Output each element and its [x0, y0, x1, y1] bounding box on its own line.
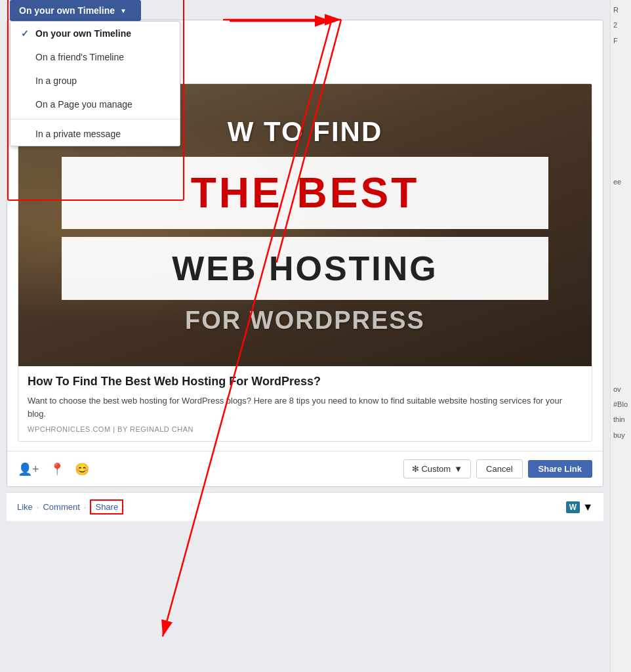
article-description: Want to choose the best web hosting for … [28, 394, 582, 420]
dropdown-item-label: On a friend's Timeline [35, 52, 124, 62]
sidebar-text-8: buy [613, 430, 628, 440]
custom-button[interactable]: ✻ Custom ▼ [403, 459, 471, 478]
tag-friends-icon[interactable]: 👤+ [18, 462, 39, 476]
dropdown-menu: ✓ On your own Timeline On a friend's Tim… [10, 21, 180, 146]
bottom-bar: Like · Comment · Share W ▼ [7, 492, 603, 521]
sidebar-text-6: #Blo [613, 400, 628, 410]
article-best-text: THE BEST [191, 169, 419, 217]
share-button[interactable]: Share [90, 499, 123, 514]
separator-dot-2: · [84, 502, 87, 512]
dropdown-item-label: In a private message [35, 129, 121, 139]
article-separator: | [113, 425, 115, 433]
bottom-bar-left: Like · Comment · Share [17, 499, 123, 514]
sidebar-text-4: ee [613, 177, 628, 187]
page-wrapper: On your own Timeline ▼ ✓ On your own Tim… [0, 0, 631, 672]
dropdown-item-private-message[interactable]: In a private message [10, 122, 180, 146]
cancel-button[interactable]: Cancel [476, 459, 522, 478]
custom-arrow-icon: ▼ [454, 464, 462, 474]
menu-divider [10, 119, 180, 119]
main-content: On your own Timeline ▼ ✓ On your own Tim… [0, 0, 610, 672]
dropdown-item-label: On a Page you manage [35, 99, 132, 110]
dropdown-item-own-timeline[interactable]: ✓ On your own Timeline [10, 22, 180, 45]
custom-label: ✻ Custom [412, 464, 451, 474]
article-title: How To Find The Best Web Hosting For Wor… [28, 374, 582, 389]
toolbar-left: 👤+ 📍 😊 [18, 462, 89, 476]
article-image-top-text: W TO FIND [228, 116, 383, 148]
wordpress-icon: W [566, 501, 580, 513]
article-body: How To Find The Best Web Hosting For Wor… [18, 366, 592, 441]
toolbar-right: ✻ Custom ▼ Cancel Share Link [403, 459, 592, 478]
share-toolbar: 👤+ 📍 😊 ✻ Custom ▼ Cancel Share Link [7, 451, 603, 486]
dropdown-item-page-manage[interactable]: On a Page you manage [10, 93, 180, 116]
sidebar-text-5: ov [613, 385, 628, 394]
bottom-bar-right: W ▼ [566, 501, 593, 513]
sidebar-text-2: 2 [613, 20, 628, 30]
like-button[interactable]: Like [17, 502, 33, 512]
check-placeholder [21, 99, 31, 110]
article-author: BY REGINALD CHAN [117, 425, 193, 433]
dropdown-item-label: On your own Timeline [35, 28, 131, 39]
dropdown-item-in-group[interactable]: In a group [10, 69, 180, 93]
sidebar-text-1: R [613, 5, 628, 15]
comment-button[interactable]: Comment [43, 502, 79, 512]
share-location-dropdown[interactable]: On your own Timeline ▼ [10, 0, 141, 21]
check-placeholder [21, 75, 31, 86]
emoji-icon[interactable]: 😊 [75, 462, 89, 476]
article-meta: WPCHRONICLES.COM | BY REGINALD CHAN [28, 425, 582, 433]
separator-dot-1: · [37, 502, 39, 512]
right-sidebar: R 2 F ee ov #Blo thin buy [610, 0, 631, 672]
dropdown-wrapper: On your own Timeline ▼ ✓ On your own Tim… [10, 0, 180, 146]
dropdown-arrow-bottom[interactable]: ▼ [582, 501, 593, 513]
share-link-button[interactable]: Share Link [528, 460, 592, 478]
location-icon[interactable]: 📍 [50, 462, 64, 476]
article-source: WPCHRONICLES.COM [28, 425, 111, 433]
check-icon: ✓ [21, 28, 31, 39]
check-placeholder [21, 52, 31, 62]
sidebar-text-3: F [613, 36, 628, 46]
dropdown-item-friend-timeline[interactable]: On a friend's Timeline [10, 45, 180, 69]
article-image-band-best: THE BEST [62, 157, 549, 229]
article-image-band-hosting: WEB HOSTING [62, 237, 549, 300]
check-placeholder [21, 129, 31, 139]
dropdown-arrow-icon: ▼ [120, 7, 127, 14]
article-hosting-text: WEB HOSTING [172, 249, 438, 287]
dropdown-item-label: In a group [35, 75, 77, 86]
dropdown-button-label: On your own Timeline [19, 5, 115, 16]
sidebar-text-7: thin [613, 415, 628, 425]
article-image-bottom-text: FOR WORDPRESS [185, 306, 425, 335]
